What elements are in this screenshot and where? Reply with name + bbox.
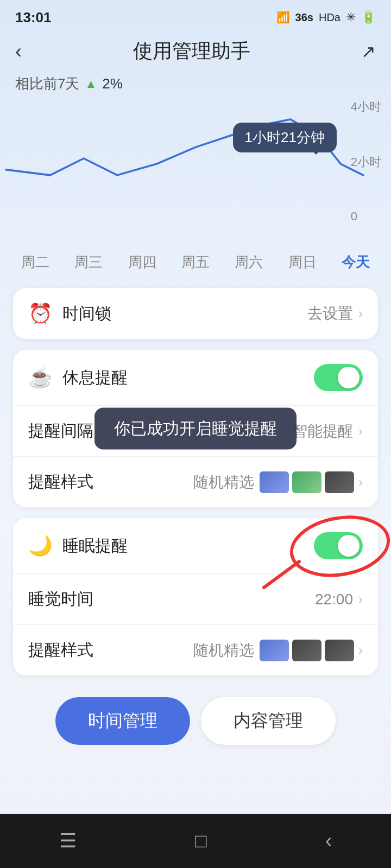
time-lock-row[interactable]: ⏰ 时间锁 去设置 › [13, 288, 378, 339]
weekday-sat: 周六 [235, 253, 263, 272]
sleep-time-label: 睡觉时间 [28, 588, 315, 610]
weekday-wed: 周三 [74, 253, 103, 272]
compare-label: 相比前7天 [15, 74, 79, 93]
time-lock-label: 时间锁 [62, 303, 307, 325]
rest-style-label: 提醒样式 [28, 471, 193, 493]
y-label-4h: 4小时 [351, 99, 381, 115]
compare-percent: 2% [102, 75, 123, 92]
sleep-time-value: 22:00 [315, 591, 353, 608]
sleep-style-label: 提醒样式 [28, 639, 193, 661]
chart-y-labels: 4小时 2小时 0 [351, 99, 381, 224]
rest-interval-row[interactable]: 提醒间隔 智能提醒 › [13, 406, 378, 457]
compare-row: 相比前7天 ▲ 2% [0, 74, 391, 99]
sleep-reminder-icon: 🌙 [28, 534, 53, 557]
sleep-reminder-toggle[interactable] [314, 532, 363, 559]
thumb-2 [292, 471, 321, 493]
sleep-thumb-1 [260, 640, 289, 661]
thumb-1 [260, 471, 289, 493]
weekday-fri: 周五 [181, 253, 210, 272]
time-lock-card: ⏰ 时间锁 去设置 › [13, 288, 378, 339]
sleep-time-arrow: › [358, 592, 363, 607]
weekday-tue: 周二 [21, 253, 49, 272]
time-lock-value: 去设置 [307, 303, 353, 324]
rest-interval-arrow: › [358, 424, 363, 439]
rest-reminder-label: 休息提醒 [62, 367, 314, 389]
sleep-time-row[interactable]: 睡觉时间 22:00 › [13, 574, 378, 625]
sleep-thumb-2 [292, 640, 321, 661]
page-title: 使用管理助手 [133, 38, 250, 65]
back-button[interactable]: ‹ [15, 40, 22, 63]
sleep-style-arrow: › [358, 643, 363, 658]
nav-home-icon[interactable]: □ [195, 829, 207, 852]
y-label-2h: 2小时 [351, 154, 381, 170]
network-icon: 36s [295, 11, 313, 24]
rest-interval-value: 智能提醒 [292, 421, 353, 442]
bluetooth-icon: ✳ [346, 10, 356, 24]
rest-reminder-toggle[interactable] [314, 364, 363, 391]
sleep-reminder-label: 睡眠提醒 [62, 535, 314, 557]
rest-style-arrow: › [358, 475, 363, 490]
rest-interval-label: 提醒间隔 [28, 420, 292, 442]
time-lock-arrow: › [358, 306, 363, 321]
rest-style-row[interactable]: 提醒样式 随机精选 › [13, 457, 378, 507]
y-label-0: 0 [351, 209, 381, 224]
weekday-thu: 周四 [128, 253, 156, 272]
share-button[interactable]: ↗ [361, 41, 376, 62]
bottom-buttons: 时间管理 内容管理 [0, 686, 391, 761]
rest-reminder-section: ☕ 休息提醒 提醒间隔 智能提醒 › 提醒样式 随机精选 › 你已成功开启睡觉提… [13, 350, 378, 507]
status-bar: 13:01 📶 36s HDa ✳ 🔋 [0, 0, 391, 33]
sleep-thumb-3 [325, 640, 354, 661]
battery-icon: 🔋 [361, 10, 376, 24]
sleep-thumb-strip [260, 640, 354, 661]
sleep-style-row[interactable]: 提醒样式 随机精选 › [13, 625, 378, 675]
status-time: 13:01 [15, 9, 52, 26]
weekday-row: 周二 周三 周四 周五 周六 周日 今天 [0, 245, 391, 288]
content-management-button[interactable]: 内容管理 [201, 697, 336, 745]
weekday-sun: 周日 [288, 253, 317, 272]
status-right-icons: 📶 36s HDa ✳ 🔋 [276, 10, 376, 24]
chart-tooltip: 1小时21分钟 [233, 123, 337, 152]
time-lock-icon: ⏰ [28, 302, 53, 325]
nav-menu-icon[interactable]: ☰ [59, 829, 77, 852]
rest-thumb-strip [260, 471, 354, 493]
chart-svg [5, 99, 386, 218]
rest-style-value: 随机精选 [193, 472, 254, 493]
nav-bar: ☰ □ ‹ [0, 814, 391, 868]
nav-back-icon[interactable]: ‹ [325, 829, 332, 852]
sleep-reminder-main-row: 🌙 睡眠提醒 [13, 518, 378, 574]
compare-arrow-icon: ▲ [85, 77, 97, 91]
sleep-style-value: 随机精选 [193, 640, 254, 661]
chart-area: 4小时 2小时 0 1小时21分钟 [0, 99, 391, 240]
rest-reminder-icon: ☕ [28, 366, 53, 389]
header: ‹ 使用管理助手 ↗ [0, 33, 391, 74]
sleep-reminder-card: 🌙 睡眠提醒 睡觉时间 22:00 › 提醒样式 随机精选 › [13, 518, 378, 675]
sleep-reminder-section: 🌙 睡眠提醒 睡觉时间 22:00 › 提醒样式 随机精选 › [13, 518, 378, 675]
sleep-toggle-knob [338, 535, 360, 557]
rest-reminder-card: ☕ 休息提醒 提醒间隔 智能提醒 › 提醒样式 随机精选 › [13, 350, 378, 507]
weekday-today: 今天 [342, 253, 370, 272]
signal-icon: 📶 [276, 11, 290, 24]
hd-label: HDa [319, 11, 340, 24]
thumb-3 [325, 471, 354, 493]
time-management-button[interactable]: 时间管理 [55, 697, 190, 745]
toggle-knob [338, 367, 360, 388]
rest-reminder-main-row: ☕ 休息提醒 [13, 350, 378, 406]
